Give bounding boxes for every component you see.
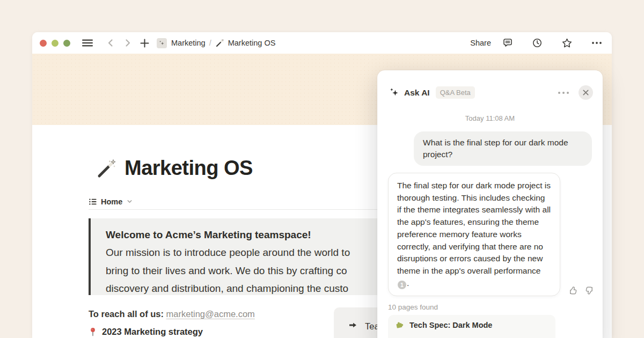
source-title: Tech Spec: Dark Mode <box>409 321 492 329</box>
sources-list: Tech Spec: Dark Mode Dark mode project k… <box>388 315 555 338</box>
new-page-icon[interactable] <box>140 39 149 48</box>
arrow-right-icon <box>348 321 358 329</box>
breadcrumb-teamspace[interactable]: Marketing <box>171 39 206 47</box>
list-view-icon <box>89 197 97 206</box>
contact-line: To reach all of us: marketing@acme.com <box>89 309 255 319</box>
ai-answer-card: The final step for our dark mode project… <box>388 173 560 296</box>
tab-home[interactable]: Home <box>101 197 122 206</box>
zoom-window-button[interactable] <box>63 40 70 47</box>
sidebar-toggle-icon[interactable] <box>82 39 93 47</box>
back-icon[interactable] <box>106 38 115 48</box>
thumbs-down-icon[interactable] <box>584 286 594 295</box>
panel-close-button[interactable] <box>579 85 593 100</box>
magic-wand-page-icon[interactable] <box>96 158 117 180</box>
user-message-bubble: What is the final step for our dark mode… <box>414 131 592 166</box>
citation-chip[interactable]: 1 <box>398 281 406 289</box>
titlebar-actions: Share <box>470 38 602 49</box>
qa-beta-badge: Q&A Beta <box>436 86 475 99</box>
ask-ai-title: Ask AI <box>404 88 430 98</box>
pushpin-icon <box>89 327 97 336</box>
answer-period: . <box>407 278 409 288</box>
traffic-lights <box>40 40 70 47</box>
breadcrumb: Marketing / Marketing OS <box>157 38 275 48</box>
source-item[interactable]: Tech Spec: Dark Mode <box>388 317 555 334</box>
page-title: Marketing OS <box>125 157 253 180</box>
close-icon <box>582 89 589 96</box>
pinned-page-link[interactable]: 2023 Marketing strategy <box>89 327 203 337</box>
window-titlebar: Marketing / Marketing OS Share <box>32 32 612 54</box>
updates-clock-icon[interactable] <box>532 38 543 48</box>
breadcrumb-page[interactable]: Marketing OS <box>215 39 276 48</box>
sources-section: 10 pages found Tech Spec: Dark Mode <box>388 303 592 338</box>
forward-icon[interactable] <box>123 38 133 48</box>
ai-answer-block: The final step for our dark mode project… <box>377 173 603 296</box>
comments-icon[interactable] <box>502 38 513 48</box>
chevron-down-icon[interactable] <box>126 198 133 205</box>
ai-answer-text: The final step for our dark mode project… <box>397 181 551 275</box>
feedback-buttons <box>569 286 594 295</box>
share-button[interactable]: Share <box>470 39 491 47</box>
ask-ai-panel: Ask AI Q&A Beta Today 11:08 AM What is t… <box>377 70 603 338</box>
email-link[interactable]: marketing@acme.com <box>166 309 255 319</box>
more-options-icon[interactable] <box>591 41 602 45</box>
source-item[interactable]: Dark mode project kickoff <box>388 334 555 338</box>
contact-label: To reach all of us: <box>89 309 164 319</box>
close-window-button[interactable] <box>40 40 47 47</box>
ask-ai-header: Ask AI Q&A Beta <box>377 70 603 100</box>
page-title-row: Marketing OS <box>96 157 253 180</box>
magic-wand-icon <box>215 39 224 48</box>
ai-sparkle-icon <box>389 87 399 98</box>
panel-more-icon[interactable] <box>555 89 572 97</box>
thumbs-up-icon[interactable] <box>569 286 578 295</box>
sources-count-label: 10 pages found <box>388 303 592 311</box>
favorite-star-icon[interactable] <box>561 38 573 49</box>
teamspace-icon <box>157 38 167 48</box>
ask-ai-controls <box>555 85 593 100</box>
breadcrumb-separator: / <box>209 39 211 47</box>
breadcrumb-page-label: Marketing OS <box>228 39 276 47</box>
pinned-page-title: 2023 Marketing strategy <box>102 327 203 337</box>
puzzle-icon <box>395 321 404 329</box>
minimize-window-button[interactable] <box>52 40 58 47</box>
chat-timestamp: Today 11:08 AM <box>377 114 603 122</box>
